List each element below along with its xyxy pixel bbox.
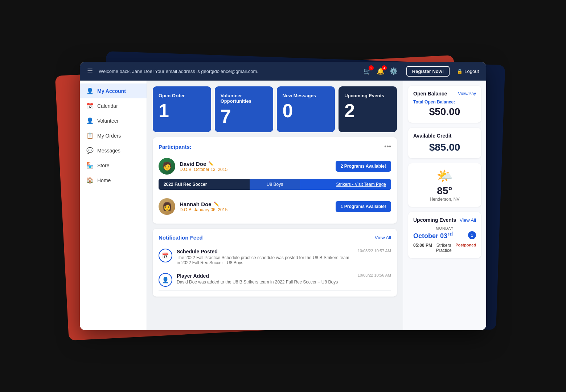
navbar-icons: 🛒 1 🔔 4 ⚙️ Register Now! 🔒 Logout bbox=[364, 66, 479, 77]
notif-time-0: 10/03/22 10:57 AM bbox=[358, 249, 391, 265]
gear-icon: ⚙️ bbox=[390, 68, 398, 75]
notif-content-1: Player Added David Doe was added to the … bbox=[177, 273, 353, 287]
event-name: Strikers Practice bbox=[432, 243, 455, 253]
main-content: Open Order 1 Volunteer Opportunities 7 N… bbox=[147, 81, 403, 330]
hannah-programs-button[interactable]: 1 Programs Available! bbox=[336, 201, 391, 212]
notification-feed-title: Notification Feed bbox=[159, 234, 203, 241]
app-body: 👤 My Account 📅 Calendar 👤 Volunteer 📋 My… bbox=[80, 81, 486, 330]
edit-hannah-icon[interactable]: ✏️ bbox=[214, 201, 219, 207]
logout-button[interactable]: 🔒 Logout bbox=[457, 69, 479, 74]
avatar-hannah: 👩 bbox=[159, 198, 175, 215]
participant-divider bbox=[159, 193, 391, 193]
team-link[interactable]: Strikers - Visit Team Page bbox=[336, 182, 386, 187]
team-program: 2022 Fall Rec Soccer bbox=[159, 179, 250, 190]
event-time: 05:00 PM bbox=[413, 243, 432, 248]
event-row-0: 05:00 PM Strikers Practice Postponed bbox=[413, 243, 476, 253]
sidebar: 👤 My Account 📅 Calendar 👤 Volunteer 📋 My… bbox=[80, 81, 147, 330]
available-credit-title: Available Credit bbox=[413, 133, 451, 139]
participant-hannah-name: Hannah Doe ✏️ bbox=[180, 201, 331, 207]
event-status: Postponed bbox=[455, 243, 476, 247]
notif-time-1: 10/03/22 10:56 AM bbox=[358, 273, 391, 287]
upcoming-view-all-link[interactable]: View All bbox=[460, 217, 476, 223]
sidebar-item-home[interactable]: 🏠 Home bbox=[80, 173, 147, 188]
participants-section: Participants: ••• 🧑 David Doe ✏️ bbox=[153, 137, 397, 224]
participant-hannah-dob: D.O.B: January 06, 2015 bbox=[180, 207, 331, 212]
notif-content-0: Schedule Posted The 2022 Fall Practice S… bbox=[177, 249, 353, 265]
orders-icon: 📋 bbox=[86, 132, 94, 139]
cart-badge: 1 bbox=[369, 65, 374, 70]
weather-sun-icon: 🌤️ bbox=[413, 168, 476, 184]
notification-view-all-link[interactable]: View All bbox=[375, 235, 391, 240]
notif-title-1: Player Added bbox=[177, 273, 353, 279]
participants-header: Participants: ••• bbox=[159, 143, 391, 151]
stat-card-upcoming-events: Upcoming Events 2 bbox=[339, 86, 397, 132]
stat-cards: Open Order 1 Volunteer Opportunities 7 N… bbox=[153, 86, 397, 132]
sidebar-item-store[interactable]: 🏪 Store bbox=[80, 158, 147, 173]
available-credit-header: Available Credit bbox=[413, 133, 476, 139]
upcoming-date-row: October 03rd 1 bbox=[413, 230, 476, 240]
participant-hannah-info: Hannah Doe ✏️ D.O.B: January 06, 2015 bbox=[180, 201, 331, 212]
open-balance-amount: $50.00 bbox=[413, 106, 476, 118]
notif-title-0: Schedule Posted bbox=[177, 249, 353, 254]
team-division: U8 Boys bbox=[250, 179, 300, 190]
notif-desc-1: David Doe was added to the U8 B Strikers… bbox=[177, 279, 353, 285]
right-panel: Open Balance View/Pay Total Open Balance… bbox=[403, 81, 486, 330]
david-programs-button[interactable]: 2 Programs Available! bbox=[336, 161, 391, 172]
register-button[interactable]: Register Now! bbox=[406, 66, 450, 77]
stat-card-open-order: Open Order 1 bbox=[153, 86, 211, 132]
home-icon: 🏠 bbox=[86, 177, 94, 184]
hamburger-icon[interactable]: ☰ bbox=[87, 67, 93, 75]
settings-icon-wrap[interactable]: ⚙️ bbox=[390, 67, 398, 75]
sidebar-item-volunteer[interactable]: 👤 Volunteer bbox=[80, 113, 147, 128]
bell-badge: 4 bbox=[382, 65, 387, 70]
view-pay-link[interactable]: View/Pay bbox=[458, 91, 476, 96]
team-bar-david: 2022 Fall Rec Soccer U8 Boys Strikers - … bbox=[159, 179, 391, 190]
open-balance-title: Open Balance bbox=[413, 91, 447, 97]
edit-david-icon[interactable]: ✏️ bbox=[208, 161, 214, 166]
sidebar-item-messages[interactable]: 💬 Messages bbox=[80, 143, 147, 158]
sidebar-item-calendar[interactable]: 📅 Calendar bbox=[80, 98, 147, 113]
upcoming-date-badge: 1 bbox=[468, 231, 476, 239]
notification-item-0: 📅 Schedule Posted The 2022 Fall Practice… bbox=[159, 245, 391, 269]
store-icon: 🏪 bbox=[86, 162, 94, 169]
sidebar-item-my-orders[interactable]: 📋 My Orders bbox=[80, 128, 147, 143]
stat-card-volunteer: Volunteer Opportunities 7 bbox=[215, 86, 273, 132]
upcoming-day: MONDAY bbox=[413, 226, 476, 230]
participant-david-dob: D.O.B: October 13, 2015 bbox=[180, 167, 331, 172]
upcoming-events-card: Upcoming Events View All MONDAY October … bbox=[408, 212, 481, 258]
weather-location: Henderson, NV bbox=[413, 197, 476, 202]
upcoming-events-title: Upcoming Events bbox=[413, 217, 456, 223]
total-open-balance-label: Total Open Balance: bbox=[413, 99, 476, 105]
notification-feed-header: Notification Feed View All bbox=[159, 234, 391, 241]
schedule-posted-icon: 📅 bbox=[159, 249, 172, 262]
sidebar-item-my-account[interactable]: 👤 My Account bbox=[80, 83, 147, 98]
dots-menu-icon[interactable]: ••• bbox=[384, 143, 391, 151]
participant-hannah-row: 👩 Hannah Doe ✏️ D.O.B: January 06, 2015 bbox=[159, 195, 391, 218]
notif-desc-0: The 2022 Fall Practice Schedule practice… bbox=[177, 255, 353, 265]
stat-card-messages: New Messages 0 bbox=[277, 86, 335, 132]
avatar-david: 🧑 bbox=[159, 158, 175, 175]
player-added-icon: 👤 bbox=[159, 273, 172, 287]
available-credit-amount: $85.00 bbox=[413, 142, 476, 153]
participants-title: Participants: bbox=[159, 144, 192, 150]
notification-item-1: 👤 Player Added David Doe was added to th… bbox=[159, 269, 391, 291]
weather-card: 🌤️ 85° Henderson, NV bbox=[408, 163, 481, 207]
calendar-icon: 📅 bbox=[86, 102, 94, 109]
messages-icon: 💬 bbox=[86, 147, 94, 154]
upcoming-events-header: Upcoming Events View All bbox=[413, 217, 476, 223]
open-balance-card: Open Balance View/Pay Total Open Balance… bbox=[408, 86, 481, 123]
weather-temperature: 85° bbox=[413, 185, 476, 197]
cart-icon-wrap[interactable]: 🛒 1 bbox=[364, 67, 372, 75]
app-window: ☰ Welcome back, Jane Doe! Your email add… bbox=[80, 62, 486, 330]
notification-feed-section: Notification Feed View All 📅 Schedule Po… bbox=[153, 229, 397, 297]
participant-david-row: 🧑 David Doe ✏️ D.O.B: October 13, 2015 bbox=[159, 155, 391, 177]
navbar: ☰ Welcome back, Jane Doe! Your email add… bbox=[80, 62, 486, 81]
upcoming-date: October 03rd bbox=[413, 230, 453, 240]
bell-icon-wrap[interactable]: 🔔 4 bbox=[377, 67, 385, 75]
team-name: Strikers - Visit Team Page bbox=[300, 179, 391, 190]
lock-icon: 🔒 bbox=[457, 69, 463, 74]
open-balance-header: Open Balance View/Pay bbox=[413, 91, 476, 97]
volunteer-icon: 👤 bbox=[86, 117, 94, 124]
account-icon: 👤 bbox=[86, 87, 94, 94]
available-credit-card: Available Credit $85.00 bbox=[408, 128, 481, 158]
